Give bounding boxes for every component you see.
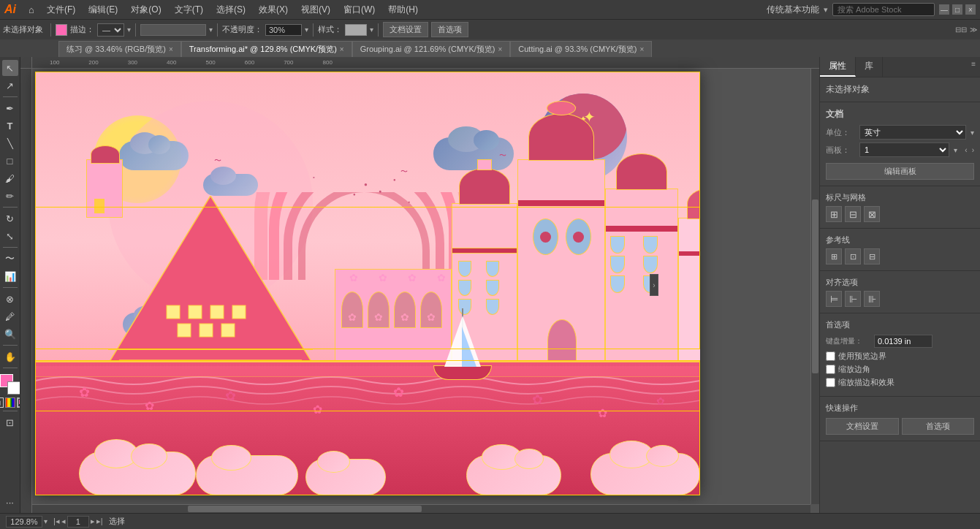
- menu-type[interactable]: 文字(T): [169, 2, 209, 18]
- direct-select-tool[interactable]: ↗: [2, 77, 18, 94]
- zoom-tool[interactable]: 🔍: [2, 326, 18, 342]
- scale-tool[interactable]: ⤡: [2, 228, 18, 244]
- change-screen-tool[interactable]: ⊡: [2, 414, 18, 430]
- preferences-button[interactable]: 首选项: [431, 22, 468, 37]
- canvas-left-arrow[interactable]: ‹: [965, 146, 967, 154]
- guide-icon-btn-2[interactable]: ⊡: [845, 248, 861, 264]
- scale-corners-checkbox[interactable]: [826, 365, 835, 374]
- tab-cutting[interactable]: Cutting.ai @ 93.3% (CMYK/预览) ×: [510, 41, 652, 57]
- close-button[interactable]: ×: [965, 4, 976, 15]
- page-last-btn[interactable]: ▸|: [96, 517, 103, 526]
- fg-bg-colors: [0, 374, 20, 395]
- canvas-select[interactable]: 1: [859, 142, 949, 157]
- maximize-button[interactable]: □: [952, 4, 962, 15]
- scale-effects-checkbox[interactable]: [826, 378, 835, 387]
- panel-collapse-button[interactable]: ›: [650, 274, 658, 296]
- panel-tab-properties[interactable]: 属性: [820, 57, 856, 77]
- gradient-color[interactable]: [5, 397, 15, 408]
- align-icon-btn-2[interactable]: ⊩: [845, 291, 861, 307]
- page-prev-btn[interactable]: ◂: [61, 517, 66, 526]
- none-color[interactable]: ◻: [0, 397, 4, 408]
- pen-tool[interactable]: ✒: [2, 100, 18, 116]
- hand-tool[interactable]: ✋: [2, 349, 18, 365]
- tab-transforming[interactable]: Transforming.ai* @ 129.8% (CMYK/预览) ×: [181, 41, 352, 57]
- panel-menu-icon[interactable]: ≡: [967, 57, 980, 77]
- tab-grouping[interactable]: Grouping.ai @ 121.69% (CMYK/预览) ×: [352, 41, 511, 57]
- align-icon-btn-3[interactable]: ⊪: [864, 291, 880, 307]
- zoom-dropdown-icon[interactable]: ▾: [44, 517, 48, 525]
- pencil-tool[interactable]: ✏: [2, 188, 18, 204]
- style-color-swatch[interactable]: [345, 24, 367, 36]
- guide-icon-btn-3[interactable]: ⊟: [864, 248, 880, 264]
- scrollbar-vertical[interactable]: [810, 69, 819, 504]
- warp-tool[interactable]: 〜: [2, 251, 18, 267]
- keyboard-increment-input[interactable]: [874, 335, 932, 348]
- scrollbar-vertical-thumb[interactable]: [812, 199, 818, 373]
- canvas-right-arrow[interactable]: ›: [972, 146, 974, 154]
- type-tool[interactable]: T: [2, 118, 18, 134]
- scrollbar-horizontal-thumb[interactable]: [188, 506, 422, 512]
- search-stock-input[interactable]: [832, 3, 935, 16]
- tab-lianxi-close[interactable]: ×: [169, 45, 173, 53]
- style-dropdown2-icon[interactable]: ▾: [370, 26, 373, 34]
- quick-doc-settings-button[interactable]: 文档设置: [826, 418, 899, 435]
- rotate-tool[interactable]: ↻: [2, 210, 18, 227]
- opacity-dropdown-icon[interactable]: ▾: [305, 26, 308, 34]
- background-color[interactable]: [7, 381, 20, 395]
- doc-settings-button[interactable]: 文档设置: [383, 22, 428, 37]
- menu-effect[interactable]: 效果(X): [253, 2, 294, 18]
- tab-transforming-close[interactable]: ×: [340, 45, 344, 53]
- tab-lianxi[interactable]: 练习 @ 33.46% (RGB/预览) ×: [58, 41, 181, 57]
- paintbrush-tool[interactable]: 🖌: [2, 170, 18, 186]
- unit-dropdown-icon[interactable]: ▾: [970, 129, 974, 137]
- ruler-icon-btn-3[interactable]: ⊠: [864, 206, 880, 222]
- artboard: ✦ ✦ ✦: [35, 72, 700, 495]
- stroke-dropdown-icon[interactable]: ▾: [127, 26, 131, 34]
- fill-color-swatch[interactable]: [56, 24, 67, 36]
- selection-tool[interactable]: ↖: [2, 60, 18, 76]
- ruler-icon-btn-1[interactable]: ⊞: [826, 206, 842, 222]
- guide-icon-btn-1[interactable]: ⊞: [826, 248, 842, 264]
- cloud-2: [203, 174, 258, 196]
- menu-help[interactable]: 帮助(H): [382, 2, 424, 18]
- canvas-dropdown-icon[interactable]: ▾: [954, 146, 957, 154]
- more-tools[interactable]: ···: [2, 494, 18, 510]
- menu-edit[interactable]: 编辑(E): [83, 2, 124, 18]
- page-first-btn[interactable]: |◂: [53, 517, 60, 526]
- opacity-input[interactable]: [265, 24, 302, 36]
- tab-cutting-close[interactable]: ×: [639, 45, 644, 53]
- scrollbar-horizontal[interactable]: [32, 504, 810, 513]
- tab-grouping-close[interactable]: ×: [498, 45, 502, 53]
- stroke-select[interactable]: —: [97, 23, 124, 37]
- canvas-area[interactable]: 100200300400500600700800 ✦ ✦ ✦: [20, 57, 819, 513]
- page-number-input[interactable]: [67, 516, 89, 528]
- ground-cloud-2: [196, 455, 298, 495]
- eyedropper-tool[interactable]: 🖉: [2, 308, 18, 324]
- toolbar-arrange-icon[interactable]: ⊟⊟: [955, 26, 967, 34]
- page-next-btn[interactable]: ▸: [91, 517, 95, 526]
- menu-view[interactable]: 视图(V): [295, 2, 336, 18]
- menu-file[interactable]: 文件(F): [41, 2, 81, 18]
- style-input[interactable]: [140, 24, 206, 36]
- minimize-button[interactable]: —: [939, 4, 949, 15]
- edit-canvas-button[interactable]: 编辑画板: [826, 163, 974, 180]
- workspace-dropdown-icon[interactable]: ▾: [824, 5, 828, 15]
- quick-preferences-button[interactable]: 首选项: [902, 418, 975, 435]
- style-dropdown-icon[interactable]: ▾: [209, 26, 213, 34]
- blend-tool[interactable]: ⊗: [2, 291, 18, 307]
- menu-window[interactable]: 窗口(W): [338, 2, 381, 18]
- home-icon[interactable]: ⌂: [23, 1, 39, 18]
- preview-bounds-checkbox[interactable]: [826, 351, 835, 361]
- menu-object[interactable]: 对象(O): [125, 2, 167, 18]
- menu-select[interactable]: 选择(S): [210, 2, 251, 18]
- graph-tool[interactable]: 📊: [2, 268, 18, 284]
- align-icon-btn-1[interactable]: ⊨: [826, 291, 842, 307]
- panel-tab-library[interactable]: 库: [856, 57, 883, 77]
- ruler-icon-btn-2[interactable]: ⊟: [845, 206, 861, 222]
- rect-tool[interactable]: □: [2, 153, 18, 169]
- line-tool[interactable]: ╲: [2, 135, 18, 151]
- unit-select[interactable]: 英寸: [859, 125, 966, 140]
- zoom-input[interactable]: [6, 516, 42, 528]
- toolbar-more-icon[interactable]: ≫: [970, 26, 977, 34]
- ground-cloud-3: [305, 459, 386, 495]
